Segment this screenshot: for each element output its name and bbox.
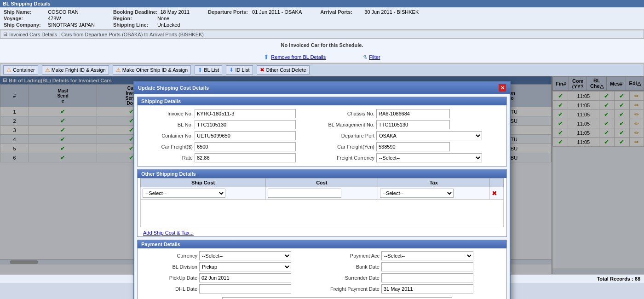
- region-value: None: [157, 16, 169, 21]
- dhl-date-row: DHL Date: [140, 283, 322, 294]
- bl-mgmt-no-label: BL Management No.: [324, 122, 374, 127]
- container-no-label: Container No.: [142, 133, 193, 138]
- page-title: BL Shipping Details: [0, 0, 644, 7]
- make-freight-button[interactable]: ⚠ Make Fright ID & Assign: [42, 65, 109, 75]
- tax-select[interactable]: --Select--: [380, 189, 454, 198]
- ship-company-label: Ship Company:: [4, 22, 45, 28]
- surrender-date-input[interactable]: [381, 273, 473, 282]
- toolbar: ⚠ Container ⚠ Make Fright ID & Assign ⚠ …: [0, 63, 644, 76]
- bl-no-row: BL No.: [140, 119, 322, 130]
- invoice-label: Invoiced Cars Details : Cars from Depart…: [9, 32, 204, 37]
- invoice-bar: ⊟ Invoiced Cars Details : Cars from Depa…: [0, 30, 644, 39]
- ship-info-section: Ship Name: COSCO RAN Voyage: 478W Ship C…: [0, 7, 644, 30]
- bl-mgmt-no-row: BL Management No.: [322, 119, 504, 130]
- shipping-details-section: Shipping Details Invoice No. BL No.: [137, 97, 507, 167]
- bl-division-label: BL Division: [142, 264, 197, 270]
- booking-deadline-label: Booking Deadline:: [113, 9, 158, 15]
- payment-account-row: Payment Account --Select--: [138, 296, 506, 299]
- car-freight-yen-row: Car Freight(Yen): [322, 141, 504, 152]
- currency-select[interactable]: --Select--: [199, 251, 291, 260]
- other-cost-delete-button[interactable]: ✖ Other Cost Delete: [257, 65, 310, 75]
- filter-icon: ⚗: [362, 54, 367, 60]
- delete-row-button[interactable]: ✖: [492, 190, 497, 197]
- invoice-no-row: Invoice No.: [140, 108, 322, 119]
- ship-cost-table: Ship Cost Cost Tax --Select--: [140, 178, 504, 227]
- freight-currency-label: Freight Currency: [324, 155, 374, 161]
- payment-account-select[interactable]: --Select--: [222, 297, 452, 299]
- departure-ports-label: Departure Ports:: [208, 9, 249, 15]
- container-no-input[interactable]: [195, 131, 296, 140]
- container-no-row: Container No.: [140, 130, 322, 141]
- tax-col-header: Tax: [378, 178, 489, 187]
- pickup-date-row: PickUp Date: [140, 272, 322, 283]
- filter-link[interactable]: Filter: [369, 54, 380, 60]
- shipping-details-header: Shipping Details: [138, 97, 506, 105]
- make-other-ship-button[interactable]: ⚠ Make Other Ship ID & Assign: [113, 65, 191, 75]
- departure-port-label: Departure Port: [324, 133, 374, 138]
- ship-name-value: COSCO RAN: [48, 9, 79, 15]
- chassis-no-input[interactable]: [376, 109, 450, 118]
- pickup-date-label: PickUp Date: [142, 275, 197, 281]
- ship-cost-select[interactable]: --Select--: [143, 189, 225, 198]
- car-freight-usd-input[interactable]: [195, 142, 296, 151]
- id-list-button[interactable]: ⬇ ID List: [226, 65, 253, 75]
- voyage-label: Voyage:: [4, 16, 45, 21]
- freight-currency-select[interactable]: --Select--: [376, 153, 482, 162]
- no-invoice-message: No Invoiced Car for this Schedule.: [0, 39, 644, 52]
- modal-close-button[interactable]: ✕: [499, 84, 506, 92]
- remove-arrow-icon: ⬆: [264, 53, 269, 61]
- delete-icon: ✖: [260, 67, 264, 73]
- bl-no-input[interactable]: [195, 120, 296, 129]
- car-freight-usd-row: Car Freight($): [140, 141, 322, 152]
- modal-overlay: Update Shipping Cost Details ✕ Shipping …: [0, 76, 644, 274]
- add-ship-cost-link[interactable]: Add Ship Cost & Tax...: [143, 230, 194, 236]
- surrender-date-label: Surrender Date: [324, 275, 380, 281]
- bl-no-label: BL No.: [142, 122, 193, 127]
- pickup-date-input[interactable]: [199, 273, 291, 282]
- container-button[interactable]: ⚠ Container: [3, 65, 38, 75]
- car-freight-yen-label: Car Freight(Yen): [324, 144, 374, 150]
- ship-cost-cell: --Select--: [141, 187, 266, 200]
- modal-title-bar: Update Shipping Cost Details ✕: [134, 82, 510, 94]
- bl-list-button[interactable]: ⬆ BL List: [195, 65, 222, 75]
- ship-cost-row: --Select-- --Select--: [141, 187, 504, 200]
- arrival-ports-value: 30 Jun 2011 - BISHKEK: [364, 9, 419, 15]
- departure-port-row: Departure Port OSAKA: [322, 130, 504, 141]
- car-freight-yen-input[interactable]: [376, 142, 450, 151]
- dhl-date-input[interactable]: [199, 284, 291, 293]
- car-freight-usd-label: Car Freight($): [142, 144, 193, 150]
- invoice-no-input[interactable]: [195, 109, 296, 118]
- freight-payment-date-input[interactable]: [381, 284, 473, 293]
- booking-deadline-value: 18 May 2011: [160, 9, 190, 15]
- main-area: ⊟ Bill of Lading(BL) Details for Invoice…: [0, 76, 644, 274]
- remove-from-bl-link[interactable]: Remove from BL Details: [271, 54, 326, 60]
- shipping-line-label: Shipping Line:: [113, 22, 155, 28]
- region-label: Region:: [113, 16, 155, 21]
- payment-acc-select[interactable]: --Select--: [381, 251, 473, 260]
- bank-date-input[interactable]: [381, 262, 473, 271]
- action-col-header: [490, 178, 504, 187]
- delete-cell: ✖: [490, 187, 504, 200]
- warn-icon-other: ⚠: [116, 67, 121, 73]
- rate-row: Rate: [140, 152, 322, 163]
- payment-details-header: Payment Details: [138, 240, 506, 248]
- expand-icon[interactable]: ⊟: [3, 31, 7, 37]
- total-records-text: Total Records : 68: [597, 276, 640, 282]
- currency-row: Currency --Select--: [140, 250, 322, 261]
- bl-division-select[interactable]: Pickup: [199, 262, 291, 271]
- bank-date-row: Bank Date: [322, 261, 504, 272]
- warn-icon-container: ⚠: [6, 67, 12, 73]
- payment-details-form: Currency --Select-- BL Division Pickup: [138, 248, 506, 296]
- departure-port-select[interactable]: OSAKA: [376, 131, 482, 140]
- ship-company-value: SINOTRANS JAPAN: [48, 22, 95, 28]
- payment-acc-row: Payment Acc --Select--: [322, 250, 504, 261]
- departure-ports-value: 01 Jun 2011 - OSAKA: [252, 9, 302, 15]
- cost-input[interactable]: [268, 189, 341, 198]
- tax-cell: --Select--: [378, 187, 489, 200]
- rate-label: Rate: [142, 155, 193, 161]
- invoice-no-label: Invoice No.: [142, 111, 193, 116]
- payment-acc-label: Payment Acc: [324, 253, 380, 259]
- bl-mgmt-no-input[interactable]: [376, 120, 450, 129]
- other-shipping-section: Other Shipping Details Ship Cost Cost Ta…: [137, 169, 507, 237]
- rate-input[interactable]: [195, 153, 296, 162]
